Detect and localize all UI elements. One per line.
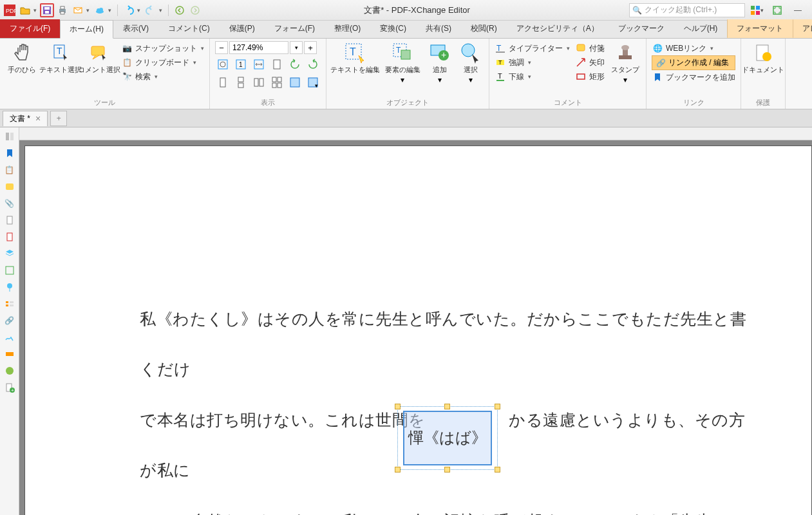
thumbs-pane-icon[interactable]	[3, 130, 16, 143]
home-tab[interactable]: ホーム(H)	[60, 20, 113, 39]
hand-tool-button[interactable]: 手のひら	[5, 41, 39, 74]
highlight-button[interactable]: T強調▾	[495, 55, 570, 70]
page-layout-icon[interactable]	[287, 75, 303, 90]
zoom-in-button[interactable]: +	[304, 41, 317, 54]
fields-pane-icon[interactable]	[3, 264, 16, 277]
edit-element-button[interactable]: T 要素の編集 ▾	[383, 41, 422, 84]
zoom-input[interactable]	[229, 41, 288, 54]
fit-width-icon[interactable]	[251, 57, 267, 72]
ui-options-icon[interactable]: ▾	[748, 3, 766, 17]
single-page-icon[interactable]	[215, 75, 231, 90]
attach-pane-icon[interactable]: 📎	[3, 197, 16, 210]
minimize-button[interactable]: —	[789, 3, 807, 17]
add-dropdown-icon[interactable]: ▾	[438, 75, 442, 84]
review-tab[interactable]: 校閲(R)	[461, 19, 507, 38]
arrow-button[interactable]: 矢印	[575, 55, 605, 70]
select-dropdown-icon[interactable]: ▾	[469, 75, 473, 84]
zoom-out-button[interactable]: −	[215, 41, 228, 54]
convert-tab[interactable]: 変換(C)	[370, 19, 416, 38]
zoom-fit-icon[interactable]	[215, 57, 231, 72]
links-pane-icon[interactable]: 🔗	[3, 314, 16, 327]
rotate-ccw-icon[interactable]	[287, 57, 303, 72]
select-button[interactable]: 選択 ▾	[458, 41, 484, 84]
arrange-tab[interactable]: アレンジ	[793, 19, 812, 38]
nav-back-icon[interactable]	[173, 3, 187, 17]
edit-text-button[interactable]: T テキストを編集	[332, 41, 378, 74]
help-tab[interactable]: ヘルプ(H)	[674, 19, 728, 38]
layers-pane-icon[interactable]	[3, 247, 16, 260]
tags-pane-icon[interactable]	[3, 297, 16, 310]
bookmark-tab[interactable]: ブックマーク	[609, 19, 674, 38]
add-pane-icon[interactable]: +	[3, 381, 16, 394]
page-pane-icon[interactable]	[3, 214, 16, 227]
edit-element-dropdown-icon[interactable]: ▾	[401, 75, 404, 84]
underline-button[interactable]: T下線▾	[495, 70, 570, 84]
add-button[interactable]: + 追加 ▾	[427, 41, 453, 84]
notes-pane-icon[interactable]	[3, 180, 16, 193]
rotate-cw-icon[interactable]	[305, 57, 321, 72]
resize-handle-br[interactable]	[495, 467, 500, 473]
pdf-app-icon[interactable]: PDF	[3, 3, 17, 17]
continuous-icon[interactable]	[233, 75, 249, 90]
comment-select-button[interactable]: コメント選択	[82, 41, 116, 74]
pdf-page[interactable]: 私《わたくし》はその人を常に先生と呼んでいた。だからここでもただ先生と書くだけ …	[24, 145, 812, 515]
undo-icon[interactable]	[122, 3, 136, 17]
fit-page-icon[interactable]	[269, 57, 285, 72]
view-tab[interactable]: 表示(V)	[113, 19, 158, 38]
sticky-button[interactable]: 付箋	[575, 41, 605, 55]
redo-dropdown-icon[interactable]: ▾	[159, 7, 164, 14]
fullscreen-icon[interactable]	[768, 3, 786, 17]
share-tab[interactable]: 共有(S)	[416, 19, 461, 38]
two-page-icon[interactable]	[251, 75, 267, 90]
content-pane-icon[interactable]	[3, 230, 16, 243]
bookmark-pane-icon[interactable]	[3, 147, 16, 160]
redact-pane-icon[interactable]	[3, 348, 16, 360]
redo-icon[interactable]	[144, 3, 158, 17]
document-tab[interactable]: 文書 * ×	[3, 111, 48, 126]
undo-dropdown-icon[interactable]: ▾	[137, 7, 142, 14]
weblink-button[interactable]: 🌐WEBリンク▾	[652, 41, 735, 55]
dest-pane-icon[interactable]	[3, 281, 16, 294]
resize-handle-tl[interactable]	[395, 404, 401, 409]
cloud-dropdown-icon[interactable]: ▾	[108, 7, 113, 14]
open-dropdown-icon[interactable]: ▾	[33, 7, 39, 14]
nav-forward-icon[interactable]	[188, 3, 202, 17]
actual-size-icon[interactable]: 1	[233, 57, 249, 72]
document-button[interactable]: ドキュメント	[746, 41, 780, 74]
form-tab[interactable]: フォーム(F)	[265, 19, 325, 38]
accessibility-tab[interactable]: アクセシビリティ（A）	[507, 19, 609, 38]
two-continuous-icon[interactable]	[269, 75, 285, 90]
add-tab-button[interactable]: +	[50, 111, 67, 126]
sign-pane-icon[interactable]	[3, 331, 16, 344]
zoom-dropdown-button[interactable]: ▾	[290, 41, 303, 54]
create-link-button[interactable]: 🔗リンク作成 / 編集	[652, 55, 735, 70]
text-annotation[interactable]: 憚《はば》	[397, 406, 498, 470]
comment-tab[interactable]: コメント(C)	[158, 19, 220, 38]
text-select-button[interactable]: T テキスト選択	[44, 41, 77, 74]
organize-tab[interactable]: 整理(O)	[325, 19, 370, 38]
cloud-icon[interactable]	[93, 3, 107, 17]
resize-handle-bl[interactable]	[395, 467, 401, 473]
stamp-button[interactable]: スタンプ ▾	[610, 41, 641, 84]
mail-icon[interactable]	[71, 3, 85, 17]
format-tab[interactable]: フォーマット	[727, 19, 793, 38]
print-icon[interactable]	[55, 3, 70, 17]
file-tab[interactable]: ファイル(F)	[0, 19, 60, 38]
page-area[interactable]: 私《わたくし》はその人を常に先生と呼んでいた。だからここでもただ先生と書くだけ …	[19, 140, 812, 515]
resize-handle-tr[interactable]	[495, 404, 500, 409]
close-tab-icon[interactable]: ×	[35, 113, 41, 124]
save-icon[interactable]	[40, 3, 54, 17]
clipboard-pane-icon[interactable]: 📋	[3, 164, 16, 176]
stamp-dropdown-icon[interactable]: ▾	[623, 75, 627, 84]
snapshot-button[interactable]: 📷スナップショット▾	[121, 41, 204, 55]
rect-button[interactable]: 矩形	[575, 70, 605, 84]
search-button[interactable]: 🔭検索▾	[121, 70, 204, 84]
quick-launch-input[interactable]: 🔍 クイック起動 (Ctrl+.)	[629, 3, 745, 17]
mail-dropdown-icon[interactable]: ▾	[86, 7, 91, 14]
ocr-pane-icon[interactable]	[3, 364, 16, 377]
protect-tab[interactable]: 保護(P)	[220, 19, 265, 38]
add-bookmark-button[interactable]: ブックマークを追加	[652, 70, 735, 84]
resize-handle-tc[interactable]	[444, 404, 450, 409]
open-icon[interactable]	[18, 3, 32, 17]
annotation-text[interactable]: 憚《はば》	[403, 411, 492, 465]
